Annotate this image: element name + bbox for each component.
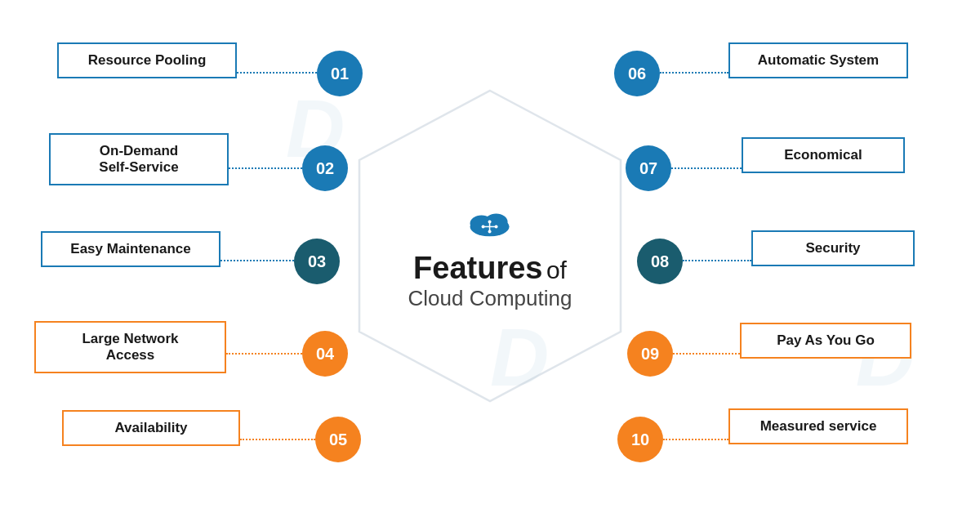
svg-point-9 xyxy=(488,230,492,234)
label-large-network: Large NetworkAccess xyxy=(34,321,226,373)
circle-03: 03 xyxy=(294,239,340,284)
line-10 xyxy=(663,439,728,440)
main-container: D D D Features of Cloud Computing xyxy=(0,0,980,513)
label-pay-as-you-go: Pay As You Go xyxy=(740,323,911,359)
line-02 xyxy=(229,167,302,169)
circle-10: 10 xyxy=(617,417,663,462)
cloud-icon xyxy=(408,203,572,244)
label-on-demand: On-DemandSelf-Service xyxy=(49,133,229,185)
line-01 xyxy=(237,72,317,74)
line-05 xyxy=(240,439,315,440)
svg-point-8 xyxy=(488,221,492,224)
line-06 xyxy=(660,72,728,74)
line-09 xyxy=(673,353,740,355)
label-automatic-system: Automatic System xyxy=(728,42,908,78)
circle-06: 06 xyxy=(614,51,660,96)
label-resource-pooling: Resource Pooling xyxy=(57,42,237,78)
features-bold: Features xyxy=(413,251,542,285)
features-of: of xyxy=(546,256,567,283)
circle-08: 08 xyxy=(637,239,683,284)
line-04 xyxy=(226,353,302,355)
line-08 xyxy=(683,260,751,261)
label-availability: Availability xyxy=(62,410,240,446)
svg-point-7 xyxy=(495,225,498,229)
circle-07: 07 xyxy=(626,145,671,191)
line-03 xyxy=(220,260,294,261)
label-easy-maintenance: Easy Maintenance xyxy=(41,231,220,267)
circle-02: 02 xyxy=(302,145,348,191)
label-measured-service: Measured service xyxy=(728,408,908,444)
label-security: Security xyxy=(751,230,915,266)
center-content: Features of Cloud Computing xyxy=(408,203,572,311)
features-subtitle: Cloud Computing xyxy=(408,286,572,311)
circle-04: 04 xyxy=(302,331,348,377)
main-title: Features of xyxy=(408,251,572,286)
line-07 xyxy=(671,167,742,169)
circle-05: 05 xyxy=(315,417,361,462)
circle-09: 09 xyxy=(627,331,673,377)
svg-point-6 xyxy=(482,225,485,229)
circle-01: 01 xyxy=(317,51,363,96)
label-economical: Economical xyxy=(742,137,905,173)
